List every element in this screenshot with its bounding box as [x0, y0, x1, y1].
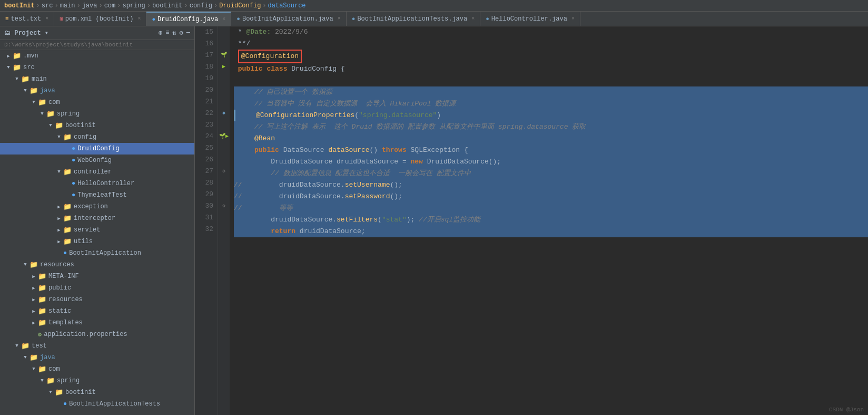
- tree-item-com[interactable]: ▼ 📁 com: [0, 96, 194, 108]
- line-numbers: 15 16 17 18 19 20 21 22 23 24 25 26 27 2…: [195, 26, 218, 415]
- folder-icon: 📁: [38, 365, 46, 373]
- gutter-27[interactable]: ◇: [218, 166, 230, 177]
- editor-content[interactable]: 15 16 17 18 19 20 21 22 23 24 25 26 27 2…: [195, 26, 868, 415]
- tree-item-exception[interactable]: ▶ 📁 exception: [0, 201, 194, 213]
- tab-bootinit-tests[interactable]: ● BootInitApplicationTests.java ×: [347, 12, 480, 26]
- tab-hello-ctrl[interactable]: ● HelloController.java ×: [480, 12, 580, 26]
- tab-label: BootInitApplicationTests.java: [357, 15, 467, 23]
- breadcrumb-project[interactable]: bootInit: [4, 2, 35, 9]
- gutter-30[interactable]: ◇: [218, 200, 230, 212]
- expand-arrow: ▶: [4, 53, 13, 59]
- item-label: static: [48, 307, 71, 315]
- tree-item-test-bootinit[interactable]: ▼ 📁 bootinit: [0, 387, 194, 398]
- expand-arrow: ▼: [46, 390, 55, 395]
- close-icon[interactable]: —: [186, 29, 190, 37]
- item-label: spring: [57, 110, 80, 118]
- tree-item-bootinitapp[interactable]: ● BootInitApplication: [0, 247, 194, 259]
- breadcrumb-com[interactable]: com: [104, 2, 116, 9]
- expand-arrow: ▼: [38, 111, 46, 117]
- tree-item-resources[interactable]: ▼ 📁 resources: [0, 259, 194, 271]
- close-icon[interactable]: ×: [571, 16, 575, 22]
- close-icon[interactable]: ×: [338, 16, 341, 22]
- breadcrumb-spring[interactable]: spring: [122, 2, 145, 9]
- tree-item-bootinit[interactable]: ▼ 📁 bootinit: [0, 120, 194, 131]
- tree-item-interceptor[interactable]: ▶ 📁 interceptor: [0, 213, 194, 224]
- tree-item-servlet[interactable]: ▶ 📁 servlet: [0, 224, 194, 236]
- tree-item-meta-inf[interactable]: ▶ 📁 META-INF: [0, 271, 194, 282]
- item-label: public: [48, 284, 71, 292]
- folder-icon: 📁: [38, 295, 46, 304]
- tree-item-gitignore[interactable]: 🔒 .gitignore: [0, 413, 194, 415]
- breadcrumb-src[interactable]: src: [42, 2, 53, 9]
- tree-item-test-java[interactable]: ▼ 📁 java: [0, 352, 194, 363]
- expand-arrow: ▶: [29, 308, 38, 314]
- tab-test-txt[interactable]: ≡ test.txt ×: [0, 12, 54, 26]
- tree-item-templates[interactable]: ▶ 📁 templates: [0, 317, 194, 329]
- tree-item-public[interactable]: ▶ 📁 public: [0, 282, 194, 294]
- close-icon[interactable]: ×: [45, 16, 48, 22]
- folder-icon: 📁: [38, 272, 46, 281]
- item-label: resources: [40, 261, 74, 268]
- code-lines[interactable]: * @Date: 2022/9/6 **/ @Configuration pub…: [230, 26, 868, 415]
- folder-icon: 📁: [38, 98, 46, 107]
- tree-item-spring[interactable]: ▼ 📁 spring: [0, 108, 194, 120]
- collapse-all-icon[interactable]: ⇅: [172, 29, 176, 37]
- settings-icon[interactable]: ⚙: [180, 29, 183, 37]
- close-icon[interactable]: ×: [471, 16, 475, 22]
- gutter-20: [218, 84, 230, 96]
- tree-item-utils[interactable]: ▶ 📁 utils: [0, 236, 194, 247]
- tab-bootinit-app[interactable]: ● BootInitApplication.java ×: [231, 12, 346, 26]
- tree-item-src[interactable]: ▼ 📁 src: [0, 62, 194, 73]
- folder-icon: 📁: [38, 307, 46, 315]
- sidebar-path: D:\works\project\studys\java\bootinit: [0, 40, 194, 50]
- gutter-17[interactable]: 🌱: [218, 50, 230, 61]
- code-line-26: DruidDataSource druidDataSource = new Dr…: [234, 156, 868, 168]
- tree-item-test-com[interactable]: ▼ 📁 com: [0, 363, 194, 375]
- tree-item-mvn[interactable]: ▶ 📁 .mvn: [0, 50, 194, 62]
- tree-item-boottests[interactable]: ● BootInitApplicationTests: [0, 398, 194, 410]
- java-class-icon: ●: [72, 157, 75, 164]
- java-icon: ●: [236, 16, 240, 22]
- item-label: ThymeleafTest: [77, 191, 127, 199]
- tree-item-druidconfig[interactable]: ● DruidConfig: [0, 143, 194, 155]
- breadcrumb-druidconfig[interactable]: DruidConfig: [219, 2, 261, 9]
- tab-druid-config[interactable]: ● DruidConfig.java ×: [146, 12, 231, 26]
- tree-item-test-spring[interactable]: ▼ 📁 spring: [0, 375, 194, 387]
- bean-icon: 🌱: [221, 50, 227, 61]
- tree-item-java[interactable]: ▼ 📁 java: [0, 85, 194, 96]
- tree-item-controller[interactable]: ▼ 📁 controller: [0, 166, 194, 178]
- tree-item-static[interactable]: ▶ 📁 static: [0, 305, 194, 317]
- item-label: DruidConfig: [77, 145, 119, 152]
- tree-item-test[interactable]: ▼ 📁 test: [0, 340, 194, 352]
- item-label: application.properties: [44, 331, 127, 338]
- expand-arrow: ▼: [55, 169, 63, 175]
- gutter-22[interactable]: ◆: [218, 108, 230, 119]
- tree-item-webconfig[interactable]: ● WebConfig: [0, 155, 194, 166]
- folder-icon: 📁: [13, 63, 21, 72]
- gutter-18[interactable]: ▶: [218, 61, 230, 73]
- close-icon[interactable]: ×: [137, 16, 141, 22]
- code-line-16: **/: [234, 38, 868, 50]
- breadcrumb-datasource[interactable]: dataSource: [268, 2, 306, 9]
- breadcrumb-main[interactable]: main: [60, 2, 75, 9]
- item-label: config: [74, 133, 96, 141]
- gutter-24[interactable]: 🌱▶: [218, 131, 230, 142]
- close-icon[interactable]: ×: [222, 16, 225, 22]
- expand-arrow: ▼: [38, 378, 46, 383]
- breadcrumb-java[interactable]: java: [82, 2, 97, 9]
- item-label: main: [32, 75, 47, 83]
- expand-all-icon[interactable]: ≡: [165, 29, 169, 37]
- tree-item-hellocontroller[interactable]: ● HelloController: [0, 178, 194, 189]
- tree-item-config[interactable]: ▼ 📁 config: [0, 131, 194, 143]
- tree-item-resources2[interactable]: ▶ 📁 resources: [0, 294, 194, 305]
- props-icon: ⚙: [38, 331, 42, 339]
- tab-pom-xml[interactable]: m pom.xml (bootInit) ×: [54, 12, 146, 26]
- tab-label: test.txt: [11, 15, 42, 23]
- tree-item-main[interactable]: ▼ 📁 main: [0, 73, 194, 85]
- tree-item-application-props[interactable]: ⚙ application.properties: [0, 329, 194, 340]
- breadcrumb-config[interactable]: config: [190, 2, 212, 9]
- tree-item-thymeleaftest[interactable]: ● ThymeleafTest: [0, 189, 194, 201]
- locate-icon[interactable]: ⊕: [159, 29, 162, 37]
- folder-icon: 📁: [63, 202, 72, 211]
- breadcrumb-bootinit[interactable]: bootinit: [152, 2, 183, 9]
